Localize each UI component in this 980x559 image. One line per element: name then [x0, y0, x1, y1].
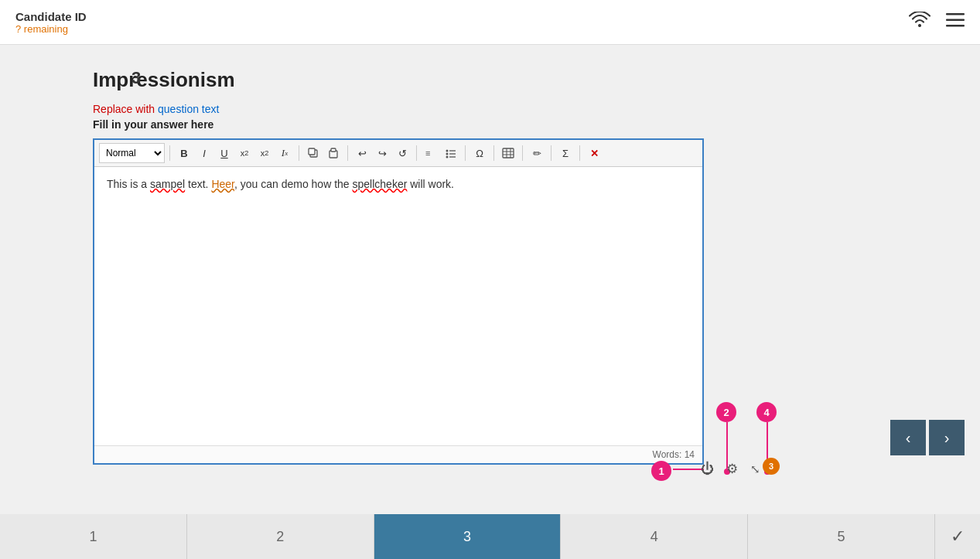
restore-button[interactable]: ↺	[393, 144, 411, 162]
bold-button[interactable]: B	[175, 144, 193, 162]
remaining-text: ? remaining	[15, 23, 87, 35]
svg-point-11	[446, 153, 449, 155]
svg-point-0	[918, 24, 921, 27]
prev-button[interactable]: ‹	[890, 420, 926, 455]
tab-2[interactable]: 2	[187, 514, 374, 559]
toolbar-separator-4	[416, 145, 417, 161]
toolbar-separator-9	[579, 145, 580, 161]
toolbar-separator-3	[347, 145, 348, 161]
badge-1: 1	[651, 461, 671, 481]
wifi-icon	[909, 12, 930, 32]
toolbar-separator-5	[465, 145, 466, 161]
unordered-list-button[interactable]	[442, 144, 460, 162]
question-text: Replace with question text	[93, 103, 934, 115]
tab-bar: 1 2 3 4 5 ✓	[0, 514, 980, 559]
italic-button[interactable]: I	[195, 144, 213, 162]
subscript-button[interactable]: x2	[235, 144, 254, 162]
replace-text: Replace with	[93, 103, 158, 115]
sigma-button[interactable]: Σ	[556, 144, 575, 162]
editor-footer: Words: 14	[94, 445, 702, 463]
gear-icon[interactable]: ⚙	[726, 461, 738, 477]
navigation-arrows: ‹ ›	[890, 420, 965, 455]
candidate-id-label: Candidate ID	[15, 10, 87, 23]
resize-icon[interactable]: ⤡	[750, 462, 760, 476]
tab-5[interactable]: 5	[748, 514, 935, 559]
question-number: 3	[131, 68, 141, 88]
tab-1[interactable]: 1	[0, 514, 187, 559]
checkmark-button[interactable]: ✓	[935, 514, 980, 559]
header: Candidate ID ? remaining	[0, 0, 980, 45]
connector-line-1	[673, 469, 704, 470]
pencil-button[interactable]: ✏	[528, 144, 546, 162]
tab-3[interactable]: 3	[374, 514, 562, 559]
toolbar-separator-6	[493, 145, 494, 161]
question-section: Impressionism Replace with question text…	[93, 68, 934, 465]
superscript-button[interactable]: x2	[255, 144, 274, 162]
misspelled-word-2: Heer	[211, 178, 234, 190]
word-count: Words: 14	[653, 449, 695, 460]
omega-button[interactable]: Ω	[470, 144, 489, 162]
svg-point-13	[446, 156, 449, 158]
paste-button[interactable]	[324, 144, 343, 162]
fill-in-label: Fill in your answer here	[93, 118, 934, 131]
editor-action-icons: ⏻ ⚙ ⤡ 3	[701, 461, 760, 477]
undo-button[interactable]: ↩	[353, 144, 371, 162]
misspelled-word-1: sampel	[150, 178, 185, 190]
ordered-list-button[interactable]: ≡	[422, 144, 440, 162]
misspelled-word-3: spellcheker	[353, 178, 408, 190]
question-title: Impressionism	[93, 68, 934, 92]
clear-format-button[interactable]: Ix	[275, 144, 294, 162]
svg-rect-3	[946, 25, 965, 27]
toolbar-separator-8	[551, 145, 551, 161]
svg-rect-5	[309, 148, 315, 155]
svg-rect-2	[946, 19, 965, 22]
close-button[interactable]: ✕	[585, 144, 603, 162]
header-right	[909, 12, 965, 32]
underline-button[interactable]: U	[215, 144, 234, 162]
svg-rect-1	[946, 13, 965, 15]
hamburger-menu-icon[interactable]	[946, 13, 965, 31]
toolbar-separator-7	[522, 145, 523, 161]
editor-body[interactable]: This is a sampel text. Heer, you can dem…	[94, 167, 702, 445]
editor-toolbar: Normal Heading 1 Heading 2 B I U x2 x2 I…	[94, 140, 702, 167]
badge-4: 4	[756, 402, 777, 422]
editor-container: Normal Heading 1 Heading 2 B I U x2 x2 I…	[93, 138, 704, 465]
main-content: 3 Impressionism Replace with question te…	[0, 45, 980, 514]
badge-2: 2	[716, 402, 736, 422]
svg-point-9	[446, 150, 449, 152]
toolbar-separator-2	[299, 145, 299, 161]
table-button[interactable]	[499, 144, 517, 162]
svg-rect-7	[331, 148, 336, 152]
redo-button[interactable]: ↪	[373, 144, 391, 162]
power-icon[interactable]: ⏻	[701, 462, 714, 477]
svg-rect-15	[503, 148, 514, 158]
copy-button[interactable]	[304, 144, 323, 162]
badge-3-orange: 3	[763, 458, 780, 475]
editor-text[interactable]: This is a sampel text. Heer, you can dem…	[107, 178, 690, 190]
header-left: Candidate ID ? remaining	[15, 10, 87, 35]
toolbar-separator-1	[169, 145, 170, 161]
style-select[interactable]: Normal Heading 1 Heading 2	[99, 143, 165, 163]
next-button[interactable]: ›	[929, 420, 965, 455]
svg-text:≡: ≡	[425, 148, 430, 158]
question-link[interactable]: question text	[158, 103, 219, 115]
tab-4[interactable]: 4	[561, 514, 748, 559]
